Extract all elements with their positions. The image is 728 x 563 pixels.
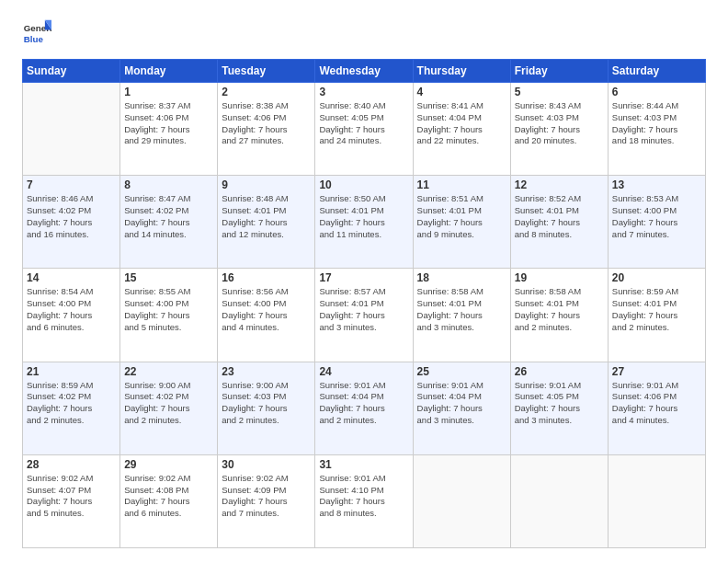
calendar-week-2: 14Sunrise: 8:54 AMSunset: 4:00 PMDayligh…	[23, 269, 706, 362]
calendar-cell: 14Sunrise: 8:54 AMSunset: 4:00 PMDayligh…	[23, 269, 120, 362]
day-number: 28	[27, 458, 116, 471]
day-number: 18	[417, 271, 506, 284]
page: General Blue SundayMondayTuesdayWednesda…	[0, 0, 728, 563]
calendar-cell: 17Sunrise: 8:57 AMSunset: 4:01 PMDayligh…	[315, 269, 413, 362]
day-info: Sunrise: 9:01 AMSunset: 4:06 PMDaylight:…	[612, 380, 701, 427]
logo: General Blue	[22, 18, 51, 48]
day-number: 19	[515, 271, 604, 284]
day-number: 7	[27, 178, 116, 191]
calendar-cell: 15Sunrise: 8:55 AMSunset: 4:00 PMDayligh…	[120, 269, 218, 362]
day-info: Sunrise: 8:56 AMSunset: 4:00 PMDaylight:…	[222, 286, 311, 333]
calendar-cell: 31Sunrise: 9:01 AMSunset: 4:10 PMDayligh…	[315, 454, 413, 547]
day-number: 20	[612, 271, 701, 284]
calendar-cell: 22Sunrise: 9:00 AMSunset: 4:02 PMDayligh…	[120, 362, 218, 454]
calendar-week-4: 28Sunrise: 9:02 AMSunset: 4:07 PMDayligh…	[23, 454, 706, 547]
day-number: 1	[124, 86, 213, 98]
calendar-cell: 24Sunrise: 9:01 AMSunset: 4:04 PMDayligh…	[315, 362, 413, 454]
calendar-cell: 5Sunrise: 8:43 AMSunset: 4:03 PMDaylight…	[510, 83, 608, 176]
day-number: 13	[612, 178, 701, 191]
day-number: 16	[222, 271, 311, 284]
day-info: Sunrise: 8:40 AMSunset: 4:05 PMDaylight:…	[319, 100, 408, 147]
calendar-cell: 2Sunrise: 8:38 AMSunset: 4:06 PMDaylight…	[218, 83, 315, 176]
day-info: Sunrise: 8:43 AMSunset: 4:03 PMDaylight:…	[515, 100, 604, 147]
day-number: 26	[515, 365, 604, 378]
day-info: Sunrise: 8:58 AMSunset: 4:01 PMDaylight:…	[417, 286, 506, 333]
day-info: Sunrise: 8:51 AMSunset: 4:01 PMDaylight:…	[417, 193, 506, 240]
calendar-header-wednesday: Wednesday	[315, 60, 413, 83]
calendar-cell	[510, 454, 608, 547]
day-number: 23	[222, 365, 311, 378]
calendar-header-thursday: Thursday	[413, 60, 510, 83]
day-number: 21	[27, 365, 116, 378]
day-number: 9	[222, 178, 311, 191]
logo-icon: General Blue	[22, 18, 51, 48]
calendar-cell: 18Sunrise: 8:58 AMSunset: 4:01 PMDayligh…	[413, 269, 510, 362]
day-info: Sunrise: 9:01 AMSunset: 4:10 PMDaylight:…	[319, 473, 408, 520]
day-info: Sunrise: 8:38 AMSunset: 4:06 PMDaylight:…	[222, 100, 311, 147]
day-info: Sunrise: 9:01 AMSunset: 4:05 PMDaylight:…	[515, 380, 604, 427]
day-info: Sunrise: 9:00 AMSunset: 4:02 PMDaylight:…	[124, 380, 213, 427]
day-number: 22	[124, 365, 213, 378]
calendar-week-3: 21Sunrise: 8:59 AMSunset: 4:02 PMDayligh…	[23, 362, 706, 454]
day-number: 14	[27, 271, 116, 284]
day-info: Sunrise: 8:37 AMSunset: 4:06 PMDaylight:…	[124, 100, 213, 147]
calendar-cell: 30Sunrise: 9:02 AMSunset: 4:09 PMDayligh…	[218, 454, 315, 547]
calendar-cell: 28Sunrise: 9:02 AMSunset: 4:07 PMDayligh…	[23, 454, 120, 547]
day-number: 4	[417, 86, 506, 98]
calendar-header-friday: Friday	[510, 60, 608, 83]
calendar: SundayMondayTuesdayWednesdayThursdayFrid…	[22, 59, 706, 548]
day-info: Sunrise: 9:00 AMSunset: 4:03 PMDaylight:…	[222, 380, 311, 427]
day-number: 3	[319, 86, 408, 98]
calendar-cell: 7Sunrise: 8:46 AMSunset: 4:02 PMDaylight…	[23, 176, 120, 269]
day-info: Sunrise: 8:59 AMSunset: 4:02 PMDaylight:…	[27, 380, 116, 427]
day-number: 31	[319, 458, 408, 471]
calendar-cell: 4Sunrise: 8:41 AMSunset: 4:04 PMDaylight…	[413, 83, 510, 176]
day-info: Sunrise: 9:02 AMSunset: 4:09 PMDaylight:…	[222, 473, 311, 520]
day-info: Sunrise: 8:58 AMSunset: 4:01 PMDaylight:…	[515, 286, 604, 333]
calendar-cell: 6Sunrise: 8:44 AMSunset: 4:03 PMDaylight…	[608, 83, 705, 176]
day-info: Sunrise: 8:50 AMSunset: 4:01 PMDaylight:…	[319, 193, 408, 240]
day-number: 11	[417, 178, 506, 191]
day-info: Sunrise: 8:46 AMSunset: 4:02 PMDaylight:…	[27, 193, 116, 240]
calendar-cell: 8Sunrise: 8:47 AMSunset: 4:02 PMDaylight…	[120, 176, 218, 269]
day-number: 10	[319, 178, 408, 191]
calendar-cell: 23Sunrise: 9:00 AMSunset: 4:03 PMDayligh…	[218, 362, 315, 454]
calendar-week-1: 7Sunrise: 8:46 AMSunset: 4:02 PMDaylight…	[23, 176, 706, 269]
calendar-cell: 27Sunrise: 9:01 AMSunset: 4:06 PMDayligh…	[608, 362, 705, 454]
calendar-cell: 13Sunrise: 8:53 AMSunset: 4:00 PMDayligh…	[608, 176, 705, 269]
day-number: 6	[612, 86, 701, 98]
day-info: Sunrise: 8:57 AMSunset: 4:01 PMDaylight:…	[319, 286, 408, 333]
calendar-cell	[23, 83, 120, 176]
header: General Blue	[22, 18, 706, 48]
calendar-cell	[608, 454, 705, 547]
day-info: Sunrise: 8:44 AMSunset: 4:03 PMDaylight:…	[612, 100, 701, 147]
calendar-week-0: 1Sunrise: 8:37 AMSunset: 4:06 PMDaylight…	[23, 83, 706, 176]
day-info: Sunrise: 9:02 AMSunset: 4:07 PMDaylight:…	[27, 473, 116, 520]
calendar-cell: 16Sunrise: 8:56 AMSunset: 4:00 PMDayligh…	[218, 269, 315, 362]
calendar-header-tuesday: Tuesday	[218, 60, 315, 83]
day-number: 24	[319, 365, 408, 378]
day-info: Sunrise: 9:01 AMSunset: 4:04 PMDaylight:…	[319, 380, 408, 427]
day-info: Sunrise: 8:54 AMSunset: 4:00 PMDaylight:…	[27, 286, 116, 333]
day-number: 30	[222, 458, 311, 471]
calendar-cell: 26Sunrise: 9:01 AMSunset: 4:05 PMDayligh…	[510, 362, 608, 454]
calendar-cell: 12Sunrise: 8:52 AMSunset: 4:01 PMDayligh…	[510, 176, 608, 269]
calendar-cell: 21Sunrise: 8:59 AMSunset: 4:02 PMDayligh…	[23, 362, 120, 454]
day-number: 27	[612, 365, 701, 378]
day-info: Sunrise: 8:41 AMSunset: 4:04 PMDaylight:…	[417, 100, 506, 147]
day-number: 17	[319, 271, 408, 284]
calendar-cell	[413, 454, 510, 547]
svg-text:Blue: Blue	[24, 34, 44, 44]
calendar-cell: 11Sunrise: 8:51 AMSunset: 4:01 PMDayligh…	[413, 176, 510, 269]
calendar-header-sunday: Sunday	[23, 60, 120, 83]
day-info: Sunrise: 8:48 AMSunset: 4:01 PMDaylight:…	[222, 193, 311, 240]
day-info: Sunrise: 9:02 AMSunset: 4:08 PMDaylight:…	[124, 473, 213, 520]
day-info: Sunrise: 8:47 AMSunset: 4:02 PMDaylight:…	[124, 193, 213, 240]
day-info: Sunrise: 8:59 AMSunset: 4:01 PMDaylight:…	[612, 286, 701, 333]
day-number: 25	[417, 365, 506, 378]
calendar-cell: 10Sunrise: 8:50 AMSunset: 4:01 PMDayligh…	[315, 176, 413, 269]
calendar-header-row: SundayMondayTuesdayWednesdayThursdayFrid…	[23, 60, 706, 83]
calendar-header-monday: Monday	[120, 60, 218, 83]
calendar-cell: 20Sunrise: 8:59 AMSunset: 4:01 PMDayligh…	[608, 269, 705, 362]
day-number: 12	[515, 178, 604, 191]
